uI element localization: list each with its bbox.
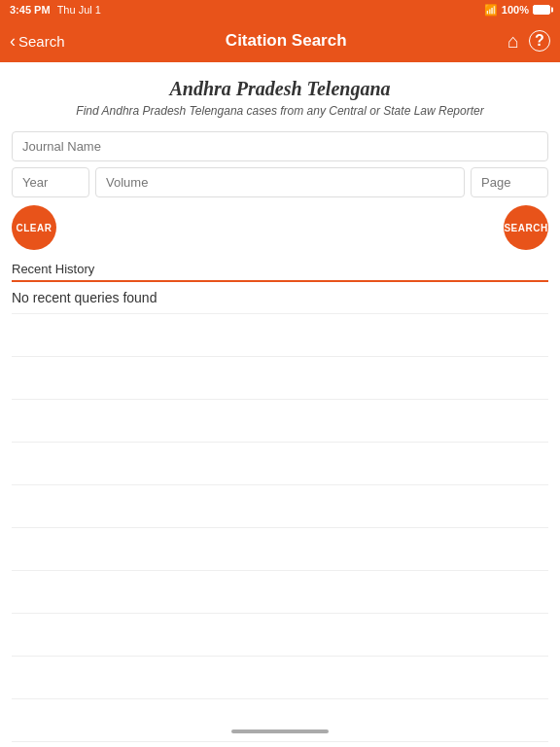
back-button[interactable]: ‹ Search bbox=[10, 32, 65, 50]
journal-name-input[interactable] bbox=[12, 131, 548, 161]
clear-button[interactable]: CLEAR bbox=[12, 205, 56, 250]
form-buttons-row: CLEAR SEARCH bbox=[12, 205, 548, 250]
status-indicators: 📶 100% bbox=[484, 4, 550, 17]
page-subtitle: Find Andhra Pradesh Telengana cases from… bbox=[12, 104, 548, 118]
history-row bbox=[12, 485, 548, 528]
battery-percent: 100% bbox=[502, 4, 529, 16]
back-label: Search bbox=[18, 33, 65, 50]
history-row bbox=[12, 357, 548, 400]
history-row bbox=[12, 314, 548, 357]
history-row bbox=[12, 571, 548, 614]
help-button[interactable]: ? bbox=[529, 30, 550, 52]
no-queries-message: No recent queries found bbox=[12, 282, 548, 314]
journal-row bbox=[12, 131, 548, 161]
scroll-indicator bbox=[0, 724, 560, 739]
page-input[interactable] bbox=[471, 167, 548, 197]
status-time-date: 3:45 PM Thu Jul 1 bbox=[10, 4, 101, 16]
year-volume-page-row bbox=[12, 167, 548, 197]
search-button[interactable]: SEARCH bbox=[504, 205, 548, 250]
history-row bbox=[12, 657, 548, 699]
battery-icon bbox=[533, 5, 550, 15]
recent-history-label: Recent History bbox=[12, 262, 548, 282]
chevron-left-icon: ‹ bbox=[10, 32, 16, 50]
nav-title: Citation Search bbox=[65, 31, 508, 51]
home-button[interactable]: ⌂ bbox=[508, 31, 519, 51]
status-time: 3:45 PM bbox=[10, 4, 51, 16]
history-row bbox=[12, 443, 548, 485]
search-form bbox=[12, 131, 548, 197]
page-title: Andhra Pradesh Telengana bbox=[12, 78, 548, 100]
status-date: Thu Jul 1 bbox=[57, 4, 101, 16]
main-content: Andhra Pradesh Telengana Find Andhra Pra… bbox=[0, 62, 560, 747]
year-input[interactable] bbox=[12, 167, 89, 197]
history-row bbox=[12, 528, 548, 571]
volume-input[interactable] bbox=[95, 167, 465, 197]
wifi-icon: 📶 bbox=[484, 4, 498, 17]
page-title-block: Andhra Pradesh Telengana bbox=[12, 78, 548, 100]
history-rows bbox=[12, 314, 548, 747]
history-row bbox=[12, 614, 548, 657]
scroll-bar bbox=[231, 729, 329, 733]
history-row bbox=[12, 742, 548, 747]
nav-icons: ⌂ ? bbox=[508, 30, 550, 52]
status-bar: 3:45 PM Thu Jul 1 📶 100% bbox=[0, 0, 560, 19]
history-row bbox=[12, 400, 548, 443]
nav-bar: ‹ Search Citation Search ⌂ ? bbox=[0, 19, 560, 62]
